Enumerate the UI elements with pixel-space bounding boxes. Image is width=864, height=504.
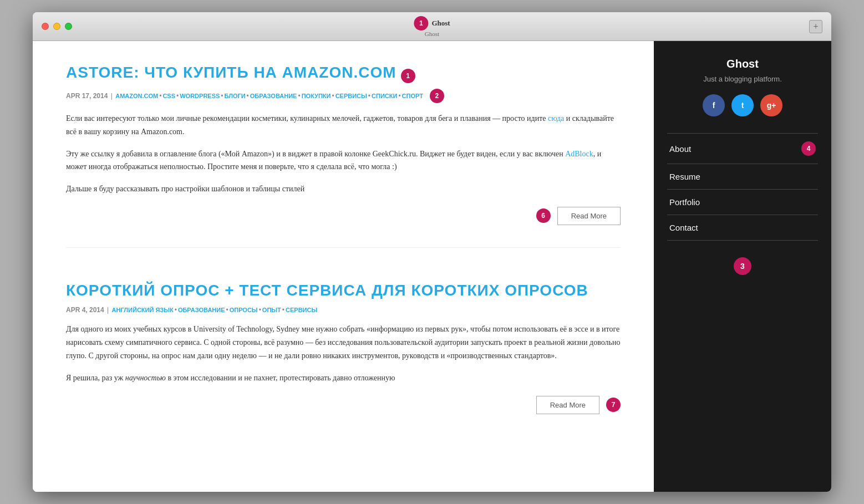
nav-item-contact[interactable]: Contact [667,215,818,241]
post-1-title-container: ASTORE: ЧТО КУПИТЬ НА AMAZON.COM 1 [66,63,621,89]
browser-window: 1 Ghost Ghost + ASTORE: ЧТО КУПИТЬ НА AM… [33,12,831,491]
browser-content: ASTORE: ЧТО КУПИТЬ НА AMAZON.COM 1 APR 1… [33,41,831,491]
post-2: КОРОТКИЙ ОПРОС + ТЕСТ СЕРВИСА ДЛЯ КОРОТК… [66,281,621,436]
post-1-body-2: Эту же ссылку я добавила в оглавление бл… [66,147,621,174]
post-2-tag-3[interactable]: ОПЫТ [262,307,281,313]
post-2-tag-4[interactable]: СЕРВИСЫ [286,307,317,313]
post-2-tag-2[interactable]: ОПРОСЫ [230,307,258,313]
badge-5: 1 [414,16,428,30]
titlebar: 1 Ghost Ghost + [33,12,831,41]
nav-item-portfolio[interactable]: Portfolio [667,190,818,215]
post-2-read-more-container: Read More 7 [66,396,621,414]
close-button[interactable] [42,23,49,30]
sidebar-site-title: Ghost [667,58,818,70]
post-2-body-2: Я решила, раз уж научностью в этом иссле… [66,371,621,385]
post-2-date: APR 4, 2014 [66,306,104,314]
post-2-tag-0[interactable]: АНГЛИЙСКИЙ ЯЗЫК [112,307,174,313]
badge-7: 7 [606,398,621,412]
nav-item-resume[interactable]: Resume [667,164,818,190]
social-icons-container: f t g+ [667,94,818,116]
post-2-tag-1[interactable]: ОБРАЗОВАНИЕ [178,307,225,313]
post-1-link-adblock[interactable]: AdBlock [565,150,593,158]
maximize-button[interactable] [65,23,72,30]
badge-4: 4 [801,141,816,156]
window-controls [42,23,72,30]
post-2-title[interactable]: КОРОТКИЙ ОПРОС + ТЕСТ СЕРВИСА ДЛЯ КОРОТК… [66,281,621,300]
facebook-icon[interactable]: f [703,94,725,116]
badge-6: 6 [536,208,551,223]
post-1-read-more-button[interactable]: Read More [557,207,621,225]
post-1-tag-2[interactable]: WORDPRESS [180,93,220,99]
badge-2: 2 [430,89,444,103]
post-1-tag-1[interactable]: CSS [162,93,175,99]
post-1-body-3: Дальше я буду рассказывать про настройки… [66,182,621,196]
main-content: ASTORE: ЧТО КУПИТЬ НА AMAZON.COM 1 APR 1… [33,41,654,491]
post-1-tag-0[interactable]: AMAZON.COM [115,93,158,99]
post-2-meta: APR 4, 2014 | АНГЛИЙСКИЙ ЯЗЫК • ОБРАЗОВА… [66,306,621,314]
sidebar: Ghost Just a blogging platform. f t g+ A… [654,41,831,491]
post-1-tag-8[interactable]: СПОРТ [402,93,423,99]
post-1-read-more-container: 6 Read More [66,207,621,225]
google-plus-icon[interactable]: g+ [760,94,782,116]
post-1-meta: APR 17, 2014 | AMAZON.COM • CSS • WORDPR… [66,89,621,103]
nav-item-about[interactable]: About 4 [667,134,818,164]
post-1-tag-5[interactable]: ПОКУПКИ [302,93,331,99]
post-1-title[interactable]: ASTORE: ЧТО КУПИТЬ НА AMAZON.COM [66,63,397,82]
sidebar-site-subtitle: Just a blogging platform. [667,75,818,83]
new-tab-button[interactable]: + [809,20,822,33]
post-1-tag-4[interactable]: ОБРАЗОВАНИЕ [250,93,297,99]
sidebar-badge-3-container: 3 [667,257,818,275]
post-1-link-syuda[interactable]: сюда [548,114,564,123]
post-1-body-1: Если вас интересуют только мои личные ре… [66,112,621,139]
nav-menu: About 4 Resume Portfolio Contact [667,133,818,241]
twitter-icon[interactable]: t [731,94,754,116]
post-1-tag-6[interactable]: СЕРВИСЫ [336,93,367,99]
post-1-tag-3[interactable]: БЛОГИ [225,93,246,99]
post-2-read-more-button[interactable]: Read More [536,396,599,414]
post-1: ASTORE: ЧТО КУПИТЬ НА AMAZON.COM 1 APR 1… [66,63,621,248]
minimize-button[interactable] [53,23,60,30]
badge-1: 1 [401,69,415,83]
browser-title: Ghost [431,19,450,28]
post-1-date: APR 17, 2014 [66,92,108,100]
badge-3: 3 [734,257,751,275]
titlebar-center: 1 Ghost Ghost [414,16,450,37]
browser-subtitle: Ghost [425,30,439,37]
post-1-tag-7[interactable]: СПИСКИ [372,93,397,99]
post-2-body-1: Для одного из моих учебных курсов в Univ… [66,323,621,362]
